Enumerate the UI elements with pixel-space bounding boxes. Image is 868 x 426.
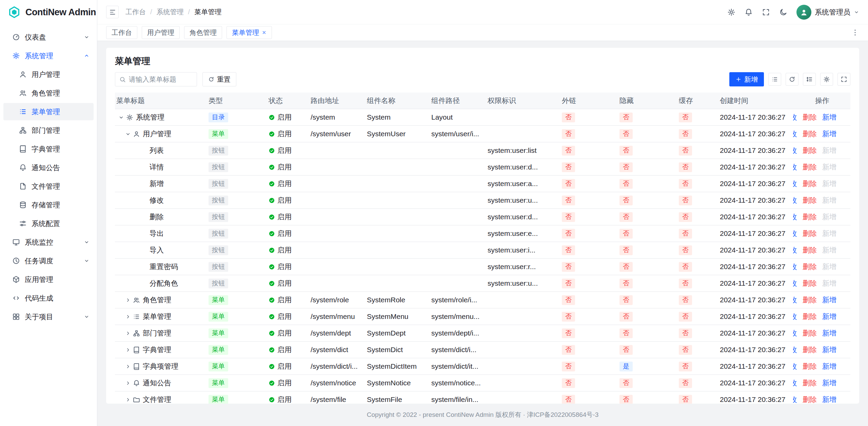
expander-icon[interactable] (125, 380, 131, 386)
delete-action[interactable]: 删除 (803, 113, 817, 122)
tab-more-icon[interactable] (851, 28, 859, 37)
fullscreen-icon[interactable] (762, 8, 770, 16)
expander-icon[interactable] (125, 397, 131, 403)
modify-action[interactable]: 修改 (793, 146, 797, 155)
collapse-sidebar-button[interactable] (106, 6, 119, 18)
sidebar-item-system-monitor[interactable]: 系统监控 (3, 234, 94, 251)
sidebar-item-notice[interactable]: 通知公告 (3, 159, 94, 176)
sidebar-item-menu-mgmt[interactable]: 菜单管理 (3, 103, 94, 120)
settings-icon[interactable] (727, 8, 735, 16)
add-button[interactable]: 新增 (729, 72, 764, 86)
list-view-button[interactable] (768, 73, 781, 86)
modify-action[interactable]: 修改 (793, 378, 797, 388)
sidebar-item-dashboard[interactable]: 仪表盘 (3, 28, 94, 46)
sidebar-item-dict-mgmt[interactable]: 字典管理 (3, 140, 94, 158)
add-action[interactable]: 新增 (822, 362, 836, 371)
add-action[interactable]: 新增 (822, 312, 836, 321)
dark-mode-moon-icon[interactable] (779, 8, 787, 16)
reset-button[interactable]: 重置 (202, 72, 236, 86)
delete-action[interactable]: 删除 (803, 345, 817, 354)
delete-action[interactable]: 删除 (803, 328, 817, 338)
sidebar-item-user-mgmt[interactable]: 用户管理 (3, 66, 94, 83)
sidebar-item-role-mgmt[interactable]: 角色管理 (3, 84, 94, 102)
delete-action[interactable]: 删除 (803, 312, 817, 321)
expander-icon[interactable] (125, 347, 131, 353)
breadcrumb-item[interactable]: 工作台 (125, 7, 146, 17)
expander-icon[interactable] (125, 131, 131, 137)
sidebar-item-task-scheduler[interactable]: 任务调度 (3, 252, 94, 269)
refresh-table-button[interactable] (786, 73, 798, 86)
modify-action[interactable]: 修改 (793, 129, 797, 139)
sidebar-item-dept-mgmt[interactable]: 部门管理 (3, 122, 94, 139)
add-action[interactable]: 新增 (822, 212, 836, 222)
delete-action[interactable]: 删除 (803, 146, 817, 155)
delete-action[interactable]: 删除 (803, 212, 817, 222)
tab-user-mgmt[interactable]: 用户管理 (142, 26, 180, 39)
add-action[interactable]: 新增 (822, 378, 836, 388)
delete-action[interactable]: 删除 (803, 162, 817, 172)
add-action[interactable]: 新增 (822, 196, 836, 205)
fullscreen-table-button[interactable] (837, 73, 850, 86)
add-action[interactable]: 新增 (822, 345, 836, 354)
column-settings-button[interactable] (820, 73, 833, 86)
modify-action[interactable]: 修改 (793, 395, 797, 404)
expander-icon[interactable] (125, 364, 131, 369)
modify-action[interactable]: 修改 (793, 328, 797, 338)
delete-action[interactable]: 删除 (803, 245, 817, 255)
row-height-button[interactable] (803, 73, 816, 86)
delete-action[interactable]: 删除 (803, 262, 817, 271)
tab-workbench[interactable]: 工作台 (106, 26, 137, 39)
breadcrumb-item[interactable]: 系统管理 (146, 7, 184, 17)
modify-action[interactable]: 修改 (793, 113, 797, 122)
tab-close-icon[interactable] (262, 30, 267, 35)
add-action[interactable]: 新增 (822, 262, 836, 271)
app-logo[interactable]: ContiNew Admin (0, 0, 97, 24)
sidebar-item-storage-mgmt[interactable]: 存储管理 (3, 196, 94, 214)
delete-action[interactable]: 删除 (803, 196, 817, 205)
add-action[interactable]: 新增 (822, 113, 836, 122)
delete-action[interactable]: 删除 (803, 378, 817, 388)
search-input[interactable] (129, 76, 193, 83)
modify-action[interactable]: 修改 (793, 312, 797, 321)
modify-action[interactable]: 修改 (793, 162, 797, 172)
delete-action[interactable]: 删除 (803, 362, 817, 371)
sidebar-item-system-mgmt[interactable]: 系统管理 (3, 47, 94, 64)
modify-action[interactable]: 修改 (793, 345, 797, 354)
breadcrumb-item[interactable]: 菜单管理 (184, 7, 222, 17)
delete-action[interactable]: 删除 (803, 279, 817, 288)
add-action[interactable]: 新增 (822, 162, 836, 172)
modify-action[interactable]: 修改 (793, 295, 797, 305)
add-action[interactable]: 新增 (822, 328, 836, 338)
add-action[interactable]: 新增 (822, 245, 836, 255)
add-action[interactable]: 新增 (822, 179, 836, 188)
sidebar-item-file-mgmt[interactable]: 文件管理 (3, 178, 94, 195)
add-action[interactable]: 新增 (822, 146, 836, 155)
add-action[interactable]: 新增 (822, 279, 836, 288)
tab-menu-mgmt[interactable]: 菜单管理 (226, 26, 272, 39)
modify-action[interactable]: 修改 (793, 229, 797, 238)
delete-action[interactable]: 删除 (803, 395, 817, 404)
modify-action[interactable]: 修改 (793, 245, 797, 255)
expander-icon[interactable] (118, 115, 124, 120)
sidebar-item-app-mgmt[interactable]: 应用管理 (3, 271, 94, 288)
sidebar-item-about[interactable]: 关于项目 (3, 308, 94, 325)
add-action[interactable]: 新增 (822, 295, 836, 305)
modify-action[interactable]: 修改 (793, 212, 797, 222)
modify-action[interactable]: 修改 (793, 196, 797, 205)
modify-action[interactable]: 修改 (793, 279, 797, 288)
expander-icon[interactable] (125, 330, 131, 336)
add-action[interactable]: 新增 (822, 129, 836, 139)
tab-role-mgmt[interactable]: 角色管理 (184, 26, 222, 39)
notification-bell-icon[interactable] (745, 8, 753, 16)
user-menu[interactable]: 系统管理员 (796, 5, 859, 20)
delete-action[interactable]: 删除 (803, 229, 817, 238)
sidebar-item-code-gen[interactable]: 代码生成 (3, 289, 94, 307)
sidebar-item-system-config[interactable]: 系统配置 (3, 215, 94, 232)
add-action[interactable]: 新增 (822, 229, 836, 238)
delete-action[interactable]: 删除 (803, 129, 817, 139)
add-action[interactable]: 新增 (822, 395, 836, 404)
delete-action[interactable]: 删除 (803, 295, 817, 305)
modify-action[interactable]: 修改 (793, 179, 797, 188)
expander-icon[interactable] (125, 297, 131, 303)
modify-action[interactable]: 修改 (793, 362, 797, 371)
